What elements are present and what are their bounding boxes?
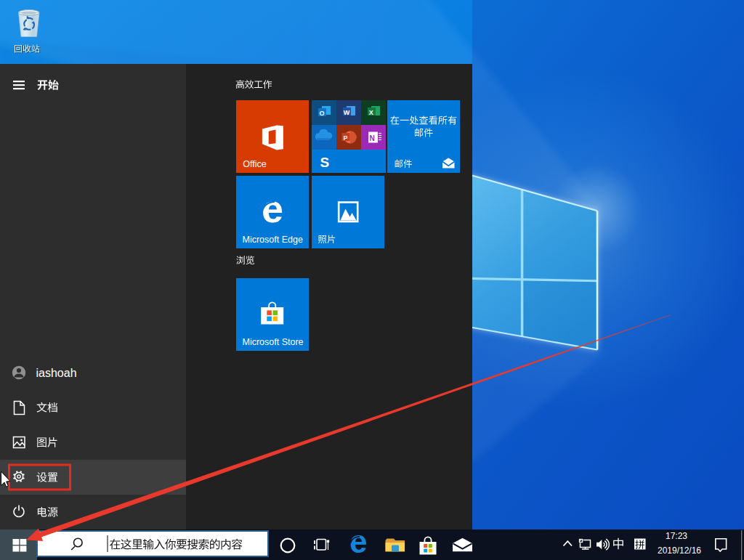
svg-text:Microsoft Store: Microsoft Store bbox=[243, 337, 304, 347]
svg-text:iashoah: iashoah bbox=[36, 367, 77, 379]
svg-text:Microsoft Edge: Microsoft Edge bbox=[243, 235, 303, 245]
svg-text:W: W bbox=[344, 109, 350, 116]
svg-text:O: O bbox=[320, 110, 325, 117]
svg-text:2019/12/16: 2019/12/16 bbox=[658, 545, 701, 556]
svg-text:e: e bbox=[349, 524, 367, 559]
svg-text:e: e bbox=[262, 187, 283, 230]
svg-text:N: N bbox=[370, 134, 375, 142]
svg-text:X: X bbox=[369, 109, 373, 116]
svg-text:Office: Office bbox=[243, 159, 266, 169]
svg-text:P: P bbox=[344, 134, 348, 142]
svg-text:17:23: 17:23 bbox=[666, 531, 687, 541]
svg-text:S: S bbox=[320, 155, 330, 170]
